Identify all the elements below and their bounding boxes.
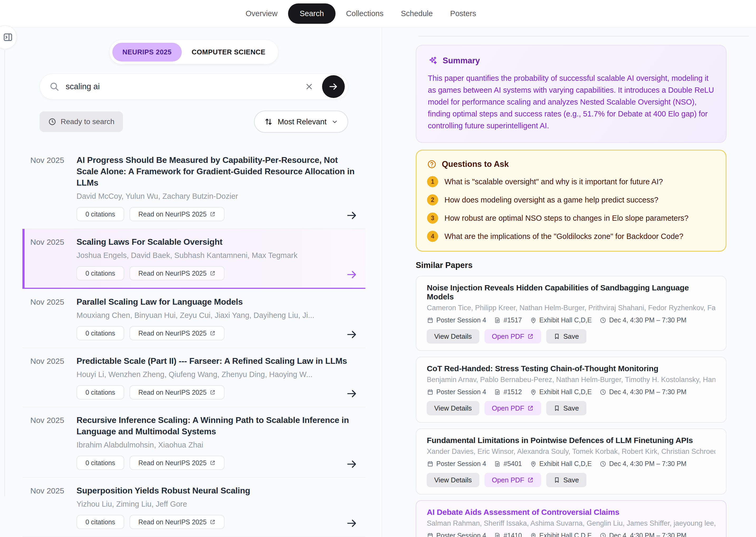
clear-icon[interactable]	[305, 82, 314, 91]
open-pdf-button[interactable]: Open PDF	[485, 329, 541, 344]
citations-badge[interactable]: 0 citations	[77, 266, 124, 280]
search-input[interactable]	[66, 82, 305, 91]
similar-paper-title[interactable]: Fundamental Limitations in Pointwise Def…	[427, 436, 715, 445]
similar-paper-authors: Benjamin Arnav, Pablo Bernabeu-Perez, Na…	[427, 376, 715, 384]
arrow-right-icon[interactable]	[346, 517, 358, 529]
arrow-right-icon[interactable]	[346, 269, 358, 280]
location-pin-icon	[530, 389, 537, 395]
citations-badge[interactable]: 0 citations	[77, 456, 124, 470]
similar-paper-meta: Poster Session 4#1517Exhibit Hall C,D,ED…	[427, 316, 715, 324]
bookmark-icon	[554, 333, 560, 340]
similar-paper-meta: Poster Session 4#1410Exhibit Hall C,D,ED…	[427, 532, 715, 537]
open-pdf-button[interactable]: Open PDF	[485, 473, 541, 487]
panel-toggle-icon	[0, 32, 13, 43]
result-row[interactable]: Nov 2025Predictable Scale (Part II) --- …	[22, 348, 365, 407]
arrow-right-icon[interactable]	[346, 388, 358, 399]
similar-paper-title[interactable]: CoT Red-Handed: Stress Testing Chain-of-…	[427, 364, 715, 373]
document-icon	[494, 389, 501, 395]
save-button[interactable]: Save	[546, 473, 586, 487]
result-row[interactable]: Nov 2025AI Progress Should Be Measured b…	[22, 147, 365, 229]
save-button[interactable]: Save	[546, 329, 586, 344]
questions-title: Questions to Ask	[442, 159, 509, 169]
save-button[interactable]: Save	[546, 401, 586, 415]
external-link-icon	[527, 333, 534, 340]
summary-title: Summary	[443, 56, 480, 65]
read-on-neurips-link[interactable]: Read on NeurIPS 2025	[130, 326, 225, 340]
read-on-neurips-link[interactable]: Read on NeurIPS 2025	[130, 515, 225, 529]
top-navigation: OverviewSearchCollectionsSchedulePosters	[0, 0, 756, 27]
search-panel: NEURIPS 2025COMPUTER SCIENCE Ready to se…	[0, 27, 382, 537]
similar-paper-title[interactable]: Noise Injection Reveals Hidden Capabilit…	[427, 283, 715, 301]
search-bar[interactable]	[40, 74, 348, 100]
read-on-neurips-link[interactable]: Read on NeurIPS 2025	[130, 266, 225, 280]
time-meta: Dec 4, 4:30 PM – 7:30 PM	[600, 532, 686, 537]
chevron-down-icon	[331, 118, 338, 125]
poster-number-meta: #1517	[494, 316, 522, 324]
document-icon	[494, 532, 501, 537]
nav-item-search[interactable]: Search	[288, 3, 335, 24]
result-date: Nov 2025	[30, 154, 73, 221]
nav-item-schedule[interactable]: Schedule	[394, 5, 440, 23]
result-title[interactable]: Recursive Inference Scaling: A Winning P…	[77, 415, 358, 437]
details-top-divider	[418, 36, 749, 36]
document-icon	[494, 460, 501, 467]
citations-badge[interactable]: 0 citations	[77, 326, 124, 340]
bookmark-icon	[554, 477, 560, 483]
question-text: How robust are optimal NSO steps to chan…	[444, 214, 689, 223]
search-submit-button[interactable]	[322, 75, 345, 98]
citations-badge[interactable]: 0 citations	[77, 207, 124, 221]
external-link-icon	[527, 477, 534, 483]
sort-label: Most Relevant	[278, 117, 326, 126]
scope-pills: NEURIPS 2025COMPUTER SCIENCE	[110, 40, 278, 64]
view-details-button[interactable]: View Details	[427, 473, 479, 487]
search-status: Ready to search	[40, 111, 123, 132]
view-details-button[interactable]: View Details	[427, 401, 479, 415]
citations-badge[interactable]: 0 citations	[77, 515, 124, 529]
open-pdf-button[interactable]: Open PDF	[485, 401, 541, 415]
arrow-right-icon[interactable]	[346, 329, 358, 340]
sort-dropdown[interactable]: Most Relevant	[254, 111, 348, 133]
submit-arrow-icon	[328, 81, 339, 92]
question-number-badge: 4	[427, 231, 438, 242]
result-title[interactable]: Superposition Yields Robust Neural Scali…	[77, 485, 358, 496]
result-content: Predictable Scale (Part II) --- Farseer:…	[73, 355, 358, 399]
question-text: How does modeling oversight as a game he…	[444, 196, 659, 204]
result-content: Scaling Laws For Scalable OversightJoshu…	[73, 236, 358, 280]
nav-item-posters[interactable]: Posters	[443, 5, 483, 23]
nav-item-collections[interactable]: Collections	[339, 5, 391, 23]
result-title[interactable]: AI Progress Should Be Measured by Capabi…	[77, 154, 358, 188]
read-on-neurips-link[interactable]: Read on NeurIPS 2025	[130, 456, 225, 470]
location-meta: Exhibit Hall C,D,E	[530, 316, 592, 324]
location-meta: Exhibit Hall C,D,E	[530, 532, 592, 537]
summary-card: Summary This paper quantifies the probab…	[416, 45, 727, 143]
document-icon	[494, 317, 501, 324]
question-item: 3How robust are optimal NSO steps to cha…	[427, 213, 715, 224]
result-row[interactable]: Nov 2025Scaling Laws For Scalable Oversi…	[22, 229, 365, 289]
citations-badge[interactable]: 0 citations	[77, 385, 124, 399]
scope-pill-cs[interactable]: COMPUTER SCIENCE	[182, 43, 276, 62]
read-on-neurips-link[interactable]: Read on NeurIPS 2025	[130, 385, 225, 399]
calendar-icon	[427, 460, 434, 467]
view-details-button[interactable]: View Details	[427, 329, 479, 344]
result-row[interactable]: Nov 2025Superposition Yields Robust Neur…	[22, 477, 365, 537]
result-title[interactable]: Predictable Scale (Part II) --- Farseer:…	[77, 355, 358, 367]
scope-pill-neurips[interactable]: NEURIPS 2025	[112, 43, 182, 62]
result-title[interactable]: Scaling Laws For Scalable Oversight	[77, 236, 358, 248]
result-date: Nov 2025	[30, 485, 73, 529]
nav-item-overview[interactable]: Overview	[239, 5, 284, 23]
search-status-label: Ready to search	[61, 117, 114, 126]
result-row[interactable]: Nov 2025Recursive Inference Scaling: A W…	[22, 407, 365, 477]
result-authors: Joshua Engels, David Baek, Subhash Kanta…	[77, 251, 358, 260]
nav-items: OverviewSearchCollectionsSchedulePosters	[239, 3, 483, 24]
result-row[interactable]: Nov 2025Parallel Scaling Law for Languag…	[22, 289, 365, 348]
arrow-right-icon[interactable]	[346, 458, 358, 470]
time-meta: Dec 4, 4:30 PM – 7:30 PM	[600, 388, 686, 396]
question-text: What is "scalable oversight" and why is …	[444, 178, 663, 186]
arrow-right-icon[interactable]	[346, 210, 358, 221]
read-on-neurips-link[interactable]: Read on NeurIPS 2025	[130, 207, 225, 221]
question-item: 4What are the implications of the "Goldi…	[427, 231, 715, 242]
result-title[interactable]: Parallel Scaling Law for Language Models	[77, 296, 358, 308]
result-authors: Yizhou Liu, Ziming Liu, Jeff Gore	[77, 500, 358, 509]
similar-paper-title[interactable]: AI Debate Aids Assessment of Controversi…	[427, 508, 715, 517]
time-meta: Dec 4, 4:30 PM – 7:30 PM	[600, 316, 686, 324]
